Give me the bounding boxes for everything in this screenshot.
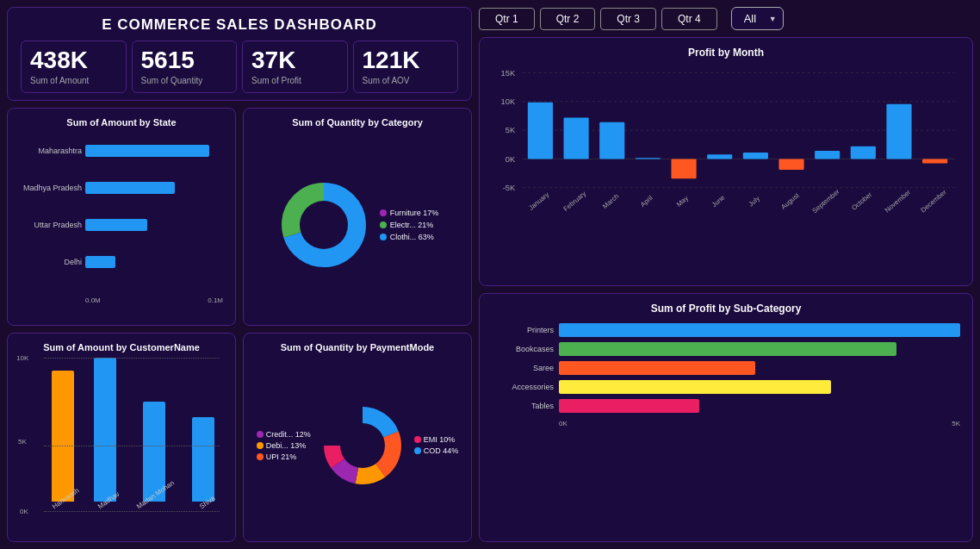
qtr4-button[interactable]: Qtr 4 <box>661 8 717 30</box>
svg-rect-30 <box>815 151 840 159</box>
kpi-quantity: 5615 Sum of Quantity <box>132 41 238 93</box>
header-card: E COMMERCE SALES DASHBOARD 438K Sum of A… <box>7 7 472 101</box>
svg-text:August: August <box>779 191 801 211</box>
state-axis-max: 0.1M <box>208 296 223 304</box>
svg-text:15K: 15K <box>501 69 516 78</box>
profit-by-month-card: Profit by Month 15K 10K 5K 0K -5K <box>479 37 973 286</box>
subcat-bar-bookcases <box>559 342 896 356</box>
cod-dot <box>414 447 421 454</box>
subcat-bar-accessories <box>559 380 831 394</box>
profit-by-subcategory-card: Sum of Profit by Sub-Category Printers B… <box>479 293 973 542</box>
quantity-by-category-card: Sum of Quantity by Category <box>243 108 472 326</box>
label-clothing: Clothi... 63% <box>380 233 439 241</box>
right-panel: Qtr 1 Qtr 2 Qtr 3 Qtr 4 All Profit by Mo… <box>479 7 973 542</box>
subcat-axis-max: 5K <box>952 420 960 427</box>
amount-by-customer-title: Sum of Amount by CustomerName <box>16 342 226 352</box>
payment-right-labels: EMI 10% COD 44% <box>414 435 459 455</box>
svg-text:January: January <box>527 190 550 212</box>
kpi-amount: 438K Sum of Amount <box>21 41 127 93</box>
kpi-aov: 121K Sum of AOV <box>353 41 459 93</box>
dashboard-title: E COMMERCE SALES DASHBOARD <box>21 16 458 34</box>
dashboard: E COMMERCE SALES DASHBOARD 438K Sum of A… <box>0 0 980 549</box>
qtr-row: Qtr 1 Qtr 2 Qtr 3 Qtr 4 All <box>479 7 973 30</box>
svg-text:0K: 0K <box>506 155 516 164</box>
quantity-by-category-title: Sum of Quantity by Category <box>252 117 462 128</box>
bar-track-mp <box>85 182 223 194</box>
svg-rect-28 <box>743 153 768 159</box>
bar-fill-maharashtra <box>85 145 209 157</box>
svg-rect-27 <box>707 154 732 159</box>
label-debit: Debi... 13% <box>257 441 311 450</box>
subcat-bar-printers <box>559 323 960 337</box>
svg-rect-31 <box>851 147 876 159</box>
emi-dot <box>414 436 421 443</box>
quantity-by-payment-chart: Credit... 12% Debi... 13% UPI 21% <box>252 358 462 533</box>
profit-by-month-chart: 15K 10K 5K 0K -5K <box>488 64 964 220</box>
subcat-row-bookcases: Bookcases <box>492 342 960 356</box>
subcat-label-bookcases: Bookcases <box>492 345 554 353</box>
label-credit: Credit... 12% <box>257 430 311 439</box>
charts-grid: Sum of Amount by State Maharashtra Madhy… <box>7 108 472 542</box>
bar-fill-madhav <box>94 358 116 502</box>
bar-fill-delhi <box>85 256 115 268</box>
subcat-bars: Printers Bookcases Saree Accessories Tab… <box>488 320 964 431</box>
bar-label-mp: Madhya Pradesh <box>20 184 82 192</box>
quantity-by-payment-card: Sum of Quantity by PaymentMode Credit...… <box>243 333 472 542</box>
kpi-row: 438K Sum of Amount 5615 Sum of Quantity … <box>21 41 458 93</box>
clothing-label: Clothi... 63% <box>390 233 434 241</box>
category-donut-svg <box>276 178 371 272</box>
bar-row-mp: Madhya Pradesh <box>20 182 223 194</box>
bar-shiva: Shiva <box>187 358 220 512</box>
svg-text:December: December <box>919 188 948 214</box>
svg-point-4 <box>300 201 348 249</box>
kpi-value-aov: 121K <box>363 48 450 72</box>
bar-fill-shiva <box>192 417 214 502</box>
profit-by-month-title: Profit by Month <box>488 47 964 59</box>
subcat-row-saree: Saree <box>492 361 960 375</box>
svg-rect-24 <box>599 122 624 159</box>
svg-rect-33 <box>922 159 947 163</box>
qtr1-button[interactable]: Qtr 1 <box>479 8 535 30</box>
bar-row-maharashtra: Maharashtra <box>20 145 223 157</box>
bar-fill-up <box>85 219 147 231</box>
kpi-label-quantity: Sum of Quantity <box>141 76 228 85</box>
bar-madan: Madan Mohan <box>128 358 179 512</box>
subcat-axis-min: 0K <box>559 420 568 427</box>
svg-text:November: November <box>884 188 913 214</box>
all-dropdown-wrapper: All <box>724 7 784 30</box>
kpi-profit: 37K Sum of Profit <box>242 41 348 93</box>
state-axis-labels: 0.0M 0.1M <box>20 296 223 304</box>
subcat-bar-tables <box>559 399 699 413</box>
bar-track-delhi <box>85 256 223 268</box>
svg-text:March: March <box>601 192 620 210</box>
amount-by-customer-card: Sum of Amount by CustomerName 10K 5K 0K <box>7 333 236 542</box>
qtr2-button[interactable]: Qtr 2 <box>540 8 596 30</box>
svg-point-11 <box>340 423 385 468</box>
customer-y-5k: 5K <box>18 438 27 446</box>
amount-by-state-title: Sum of Amount by State <box>16 117 226 128</box>
kpi-label-aov: Sum of AOV <box>363 76 450 85</box>
svg-text:-5K: -5K <box>503 184 516 192</box>
qtr-buttons: Qtr 1 Qtr 2 Qtr 3 Qtr 4 <box>479 8 717 30</box>
bar-track-up <box>85 219 223 231</box>
svg-rect-26 <box>671 159 696 178</box>
credit-label: Credit... 12% <box>266 430 311 439</box>
qtr3-button[interactable]: Qtr 3 <box>600 8 656 30</box>
subcat-label-printers: Printers <box>492 326 554 334</box>
subcat-label-accessories: Accessories <box>492 383 554 391</box>
svg-text:October: October <box>850 190 873 212</box>
subcat-label-saree: Saree <box>492 364 554 372</box>
category-donut-labels: Furniture 17% Electr... 21% Clothi... 63… <box>380 209 439 241</box>
profit-month-svg: 15K 10K 5K 0K -5K <box>488 64 964 216</box>
subcat-label-tables: Tables <box>492 402 554 410</box>
furniture-dot <box>380 209 387 216</box>
upi-dot <box>257 453 264 460</box>
kpi-value-quantity: 5615 <box>141 48 228 72</box>
all-dropdown[interactable]: All <box>731 7 784 30</box>
bar-label-maharashtra: Maharashtra <box>20 147 82 155</box>
subcat-row-tables: Tables <box>492 399 960 413</box>
bar-madhav: Madhav <box>89 358 121 512</box>
amount-by-state-chart: Maharashtra Madhya Pradesh Uttar Pradesh <box>16 133 226 316</box>
label-electronics: Electr... 21% <box>380 221 439 229</box>
left-panel: E COMMERCE SALES DASHBOARD 438K Sum of A… <box>7 7 472 542</box>
